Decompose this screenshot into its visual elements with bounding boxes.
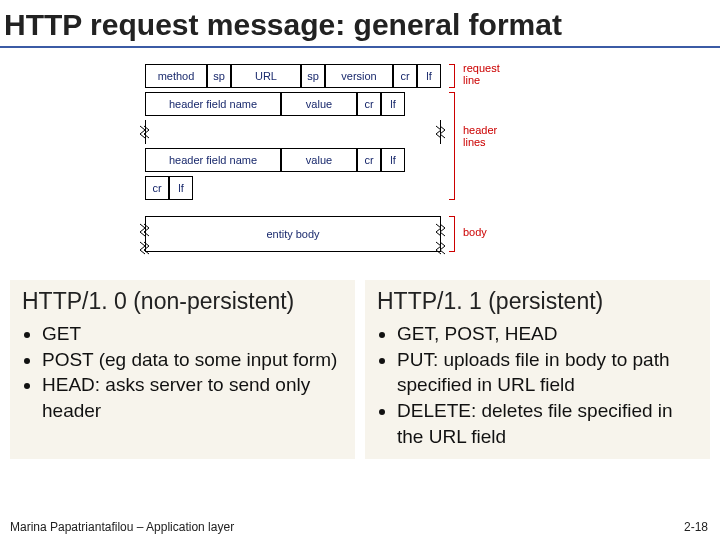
cell-lf: lf	[417, 64, 441, 88]
cell-value: value	[281, 92, 357, 116]
cell-url: URL	[231, 64, 301, 88]
cell-version: version	[325, 64, 393, 88]
col-http10: HTTP/1. 0 (non-persistent) GET POST (eg …	[10, 280, 355, 459]
label-request-line: request line	[463, 62, 500, 86]
break-notch-icon	[435, 222, 447, 238]
bracket-body	[449, 216, 455, 252]
col-title-http11: HTTP/1. 1 (persistent)	[377, 288, 698, 315]
gap-box	[145, 120, 441, 144]
col-http11: HTTP/1. 1 (persistent) GET, POST, HEAD P…	[365, 280, 710, 459]
cell-header-field-name: header field name	[145, 148, 281, 172]
bracket-request-line	[449, 64, 455, 88]
cell-lf: lf	[381, 148, 405, 172]
cell-value: value	[281, 148, 357, 172]
footer-author: Marina Papatriantafilou – Application la…	[10, 520, 234, 534]
cell-header-field-name: header field name	[145, 92, 281, 116]
label-header-lines: header lines	[463, 124, 497, 148]
footer: Marina Papatriantafilou – Application la…	[10, 520, 708, 534]
list-item: HEAD: asks server to send only header	[42, 372, 343, 423]
break-notch-icon	[435, 240, 447, 256]
break-notch-icon	[139, 124, 151, 140]
columns: HTTP/1. 0 (non-persistent) GET POST (eg …	[0, 274, 720, 459]
cell-cr: cr	[145, 176, 169, 200]
http-format-diagram: method sp URL sp version cr lf header fi…	[145, 64, 575, 264]
list-item: GET	[42, 321, 343, 347]
diagram-container: method sp URL sp version cr lf header fi…	[0, 48, 720, 274]
cell-lf: lf	[169, 176, 193, 200]
list-item: DELETE: deletes file specified in the UR…	[397, 398, 698, 449]
cell-cr: cr	[393, 64, 417, 88]
col-title-http10: HTTP/1. 0 (non-persistent)	[22, 288, 343, 315]
break-notch-icon	[435, 124, 447, 140]
cell-sp: sp	[207, 64, 231, 88]
cell-sp: sp	[301, 64, 325, 88]
page-title: HTTP request message: general format	[0, 0, 720, 48]
cell-method: method	[145, 64, 207, 88]
bracket-header-lines	[449, 92, 455, 200]
list-item: GET, POST, HEAD	[397, 321, 698, 347]
break-notch-icon	[139, 240, 151, 256]
col-list-http11: GET, POST, HEAD PUT: uploads file in bod…	[377, 321, 698, 449]
list-item: PUT: uploads file in body to path specif…	[397, 347, 698, 398]
footer-page-number: 2-18	[684, 520, 708, 534]
col-list-http10: GET POST (eg data to some input form) HE…	[22, 321, 343, 424]
cell-cr: cr	[357, 92, 381, 116]
break-notch-icon	[139, 222, 151, 238]
cell-lf: lf	[381, 92, 405, 116]
label-body: body	[463, 226, 487, 238]
cell-cr: cr	[357, 148, 381, 172]
cell-entity-body: entity body	[145, 216, 441, 252]
list-item: POST (eg data to some input form)	[42, 347, 343, 373]
